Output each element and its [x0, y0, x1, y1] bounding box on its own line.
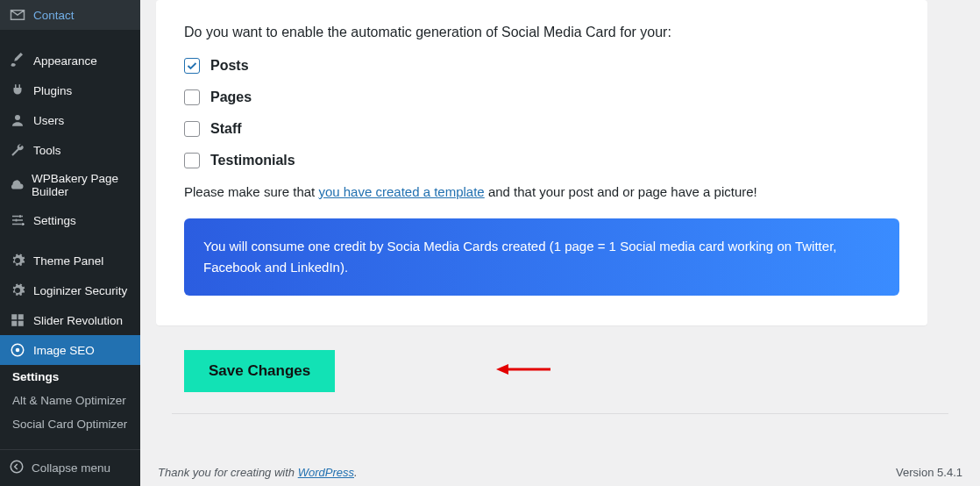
sidebar-item-label: WPBakery Page Builder: [32, 172, 131, 198]
sidebar-item-label: Loginizer Security: [33, 284, 127, 297]
option-label: Posts: [210, 58, 249, 74]
svg-rect-4: [11, 314, 17, 319]
sidebar-item-plugins[interactable]: Plugins: [0, 75, 140, 105]
collapse-icon: [9, 459, 25, 477]
footer-version: Version 5.4.1: [896, 466, 962, 479]
collapse-label: Collapse menu: [32, 461, 110, 475]
option-label: Staff: [210, 121, 242, 137]
sliders-icon: [9, 212, 26, 228]
collapse-menu[interactable]: Collapse menu: [0, 449, 140, 486]
option-row-posts: Posts: [184, 58, 899, 74]
svg-rect-6: [11, 321, 17, 326]
sidebar-item-label: Users: [33, 114, 64, 127]
credit-banner: You will consume one credit by Socia Med…: [184, 218, 899, 296]
option-row-pages: Pages: [184, 89, 899, 105]
sidebar-item-label: Theme Panel: [33, 254, 103, 268]
brush-icon: [9, 53, 26, 68]
note-suffix: and that your post and or page have a pi…: [485, 184, 757, 199]
sidebar-item-label: Settings: [33, 214, 76, 227]
plug-icon: [9, 82, 26, 98]
svg-point-9: [16, 348, 20, 353]
sidebar-item-loginizer[interactable]: Loginizer Security: [0, 275, 140, 305]
svg-point-2: [15, 219, 18, 222]
svg-point-1: [19, 215, 22, 218]
checkbox-pages[interactable]: [184, 89, 200, 105]
card-lead-text: Do you want to enable the automatic gene…: [184, 25, 899, 40]
sidebar-item-appearance[interactable]: Appearance: [0, 46, 140, 75]
svg-point-3: [22, 223, 25, 225]
admin-footer: Thank you for creating with WordPress. V…: [140, 455, 980, 486]
sidebar-item-image-seo[interactable]: Image SEO: [0, 335, 140, 365]
svg-marker-12: [496, 364, 508, 375]
save-button[interactable]: Save Changes: [184, 350, 335, 392]
user-icon: [9, 112, 26, 128]
cloud-icon: [9, 177, 25, 193]
footer-thank: Thank you for creating with WordPress.: [158, 466, 358, 479]
sidebar-item-label: Image SEO: [33, 344, 95, 357]
sidebar-sub-settings[interactable]: Settings: [0, 365, 140, 389]
sidebar-item-slider-revolution[interactable]: Slider Revolution: [0, 305, 140, 335]
svg-rect-5: [18, 314, 24, 319]
sidebar-item-wpbakery[interactable]: WPBakery Page Builder: [0, 165, 140, 205]
grid-icon: [9, 312, 26, 328]
sidebar-item-theme-panel[interactable]: Theme Panel: [0, 246, 140, 275]
wrench-icon: [9, 142, 26, 158]
template-link[interactable]: you have created a template: [318, 184, 484, 199]
sidebar-sub-social-card[interactable]: Social Card Optimizer: [0, 412, 140, 436]
footer-thank-prefix: Thank you for creating with: [158, 466, 298, 479]
mail-icon: [9, 7, 26, 23]
svg-rect-7: [18, 321, 24, 326]
sidebar-item-contact[interactable]: Contact: [0, 0, 140, 30]
sidebar-item-tools[interactable]: Tools: [0, 135, 140, 165]
gear-icon: [9, 253, 26, 268]
divider: [172, 413, 948, 414]
sidebar-item-label: Appearance: [33, 54, 97, 68]
note-prefix: Please make sure that: [184, 184, 318, 199]
sidebar-item-label: Slider Revolution: [33, 314, 123, 327]
annotation-arrow-icon: [496, 361, 550, 381]
sidebar-sub-alt-name[interactable]: Alt & Name Optimizer: [0, 389, 140, 412]
settings-card: Do you want to enable the automatic gene…: [156, 0, 927, 325]
option-row-testimonials: Testimonials: [184, 153, 899, 168]
checkbox-testimonials[interactable]: [184, 153, 200, 168]
footer-thank-suffix: .: [354, 466, 358, 479]
template-note: Please make sure that you have created a…: [184, 184, 899, 199]
main-content: Do you want to enable the automatic gene…: [140, 0, 980, 486]
checkbox-staff[interactable]: [184, 121, 200, 137]
svg-point-10: [11, 461, 23, 473]
sidebar-item-label: Contact: [33, 9, 75, 22]
svg-point-0: [15, 115, 20, 120]
sidebar-item-settings[interactable]: Settings: [0, 205, 140, 235]
admin-sidebar: Contact Appearance Plugins Users Tools W…: [0, 0, 140, 486]
sidebar-item-label: Plugins: [33, 84, 72, 97]
option-row-staff: Staff: [184, 121, 899, 137]
sidebar-item-users[interactable]: Users: [0, 105, 140, 135]
wordpress-link[interactable]: WordPress: [298, 466, 354, 479]
gear-icon: [9, 282, 26, 298]
checkbox-posts[interactable]: [184, 58, 200, 74]
save-row: Save Changes: [156, 350, 964, 392]
option-label: Testimonials: [210, 153, 295, 168]
option-label: Pages: [210, 89, 252, 105]
sidebar-item-label: Tools: [33, 144, 61, 157]
image-icon: [9, 342, 26, 358]
